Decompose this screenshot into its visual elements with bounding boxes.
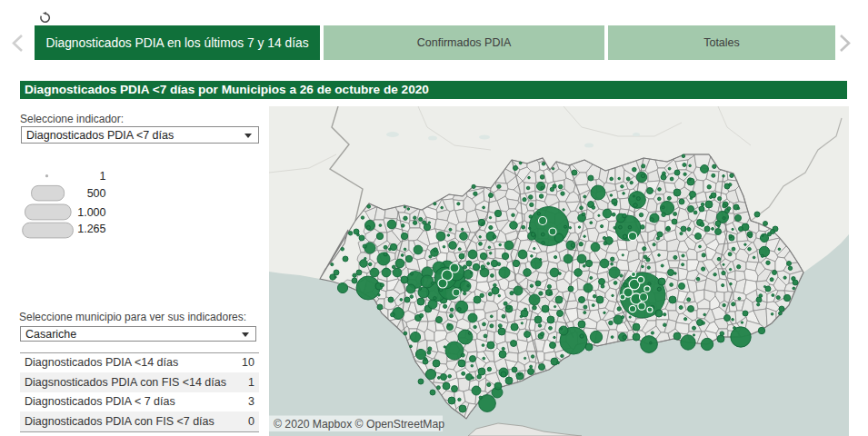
- svg-text:© 2020 Mapbox © OpenStreetMap: © 2020 Mapbox © OpenStreetMap: [274, 418, 444, 431]
- svg-text:1.265: 1.265: [77, 223, 105, 235]
- svg-text:1.000: 1.000: [77, 206, 105, 219]
- svg-text:500: 500: [87, 187, 106, 200]
- svg-text:1: 1: [100, 170, 106, 183]
